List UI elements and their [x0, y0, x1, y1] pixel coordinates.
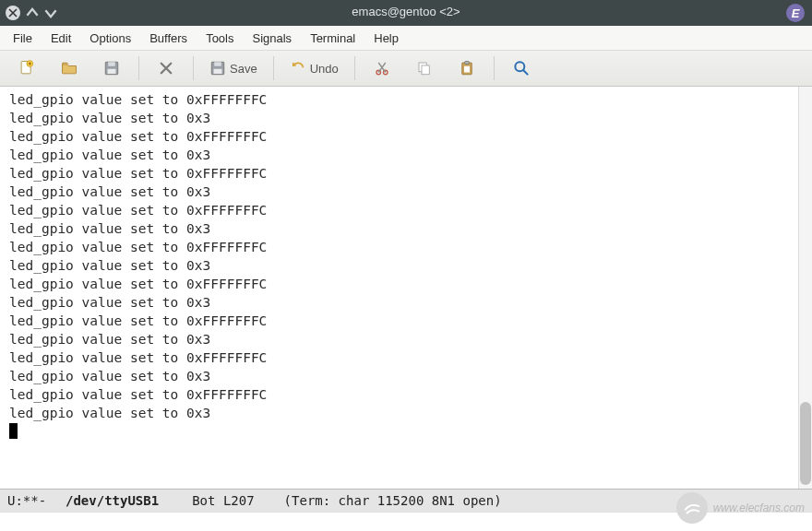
- modeline-buffer-name: /dev/ttyUSB1: [66, 493, 159, 508]
- modeline-flags: U:**-: [7, 493, 46, 508]
- menu-signals[interactable]: Signals: [245, 29, 299, 48]
- menu-edit[interactable]: Edit: [43, 29, 78, 48]
- svg-rect-4: [108, 69, 116, 74]
- toolbar-separator: [193, 56, 194, 80]
- terminal-line: led_gpio value set to 0x3: [9, 183, 798, 201]
- window-title: emacs@gentoo <2>: [352, 5, 460, 18]
- paste-icon[interactable]: [448, 54, 486, 82]
- terminal-line: led_gpio value set to 0xFFFFFFFC: [9, 275, 798, 293]
- terminal-line: led_gpio value set to 0xFFFFFFFC: [9, 127, 798, 146]
- minibuffer[interactable]: [0, 512, 812, 531]
- svg-rect-3: [108, 62, 115, 66]
- diskette-icon[interactable]: [92, 54, 131, 82]
- window-close-button[interactable]: [6, 6, 20, 20]
- svg-rect-13: [464, 62, 469, 65]
- titlebar: emacs@gentoo <2> E: [0, 0, 812, 26]
- terminal-line: led_gpio value set to 0xFFFFFFFC: [9, 90, 798, 109]
- terminal-line: led_gpio value set to 0xFFFFFFFC: [9, 201, 798, 219]
- toolbar-button-label: Undo: [310, 62, 339, 76]
- modeline[interactable]: U:**- /dev/ttyUSB1 Bot L207 (Term: char …: [0, 489, 812, 512]
- menu-help[interactable]: Help: [366, 29, 406, 48]
- menubar: FileEditOptionsBuffersToolsSignalsTermin…: [0, 26, 812, 51]
- new-file-icon[interactable]: [7, 54, 46, 82]
- save-labeled-button[interactable]: Save: [201, 54, 266, 82]
- terminal-line: led_gpio value set to 0xFFFFFFFC: [9, 312, 798, 330]
- terminal-line: led_gpio value set to 0x3: [9, 219, 798, 238]
- scroll-thumb[interactable]: [800, 402, 811, 485]
- undo-labeled-button[interactable]: Undo: [281, 54, 347, 82]
- terminal-line: led_gpio value set to 0xFFFFFFFC: [9, 348, 798, 367]
- svg-rect-7: [214, 69, 222, 74]
- menu-buffers[interactable]: Buffers: [142, 29, 195, 48]
- terminal-line: led_gpio value set to 0x3: [9, 404, 798, 422]
- terminal-line: led_gpio value set to 0x3: [9, 330, 798, 348]
- toolbar-button-label: Save: [230, 62, 257, 76]
- terminal-buffer[interactable]: led_gpio value set to 0xFFFFFFFCled_gpio…: [0, 87, 798, 489]
- copy-icon[interactable]: [405, 54, 444, 82]
- close-x-icon[interactable]: [147, 54, 185, 82]
- cut-icon[interactable]: [363, 54, 401, 82]
- svg-rect-11: [422, 65, 429, 75]
- emacs-logo-icon: E: [786, 4, 805, 22]
- toolbar-separator: [354, 56, 355, 80]
- terminal-line: led_gpio value set to 0x3: [9, 367, 798, 385]
- terminal-line: led_gpio value set to 0xFFFFFFFC: [9, 238, 798, 256]
- svg-rect-6: [214, 62, 221, 66]
- terminal-cursor-line: [9, 422, 798, 441]
- workspace: led_gpio value set to 0xFFFFFFFCled_gpio…: [0, 87, 812, 489]
- menu-file[interactable]: File: [6, 29, 40, 48]
- terminal-line: led_gpio value set to 0xFFFFFFFC: [9, 385, 798, 404]
- open-folder-icon[interactable]: [50, 54, 89, 82]
- terminal-line: led_gpio value set to 0x3: [9, 109, 798, 127]
- menu-tools[interactable]: Tools: [198, 29, 241, 48]
- menu-options[interactable]: Options: [82, 29, 138, 48]
- modeline-mode: (Term: char 115200 8N1 open): [284, 493, 502, 508]
- toolbar-separator: [494, 56, 495, 80]
- toolbar-separator: [138, 56, 139, 80]
- modeline-position: Bot L207: [192, 493, 254, 508]
- scrollbar[interactable]: [798, 87, 812, 489]
- menu-terminal[interactable]: Terminal: [303, 29, 363, 48]
- terminal-line: led_gpio value set to 0x3: [9, 293, 798, 312]
- terminal-line: led_gpio value set to 0x3: [9, 256, 798, 275]
- terminal-line: led_gpio value set to 0xFFFFFFFC: [9, 164, 798, 183]
- window-down-button[interactable]: [44, 6, 57, 19]
- toolbar: SaveUndo: [0, 51, 812, 87]
- search-icon[interactable]: [502, 54, 541, 82]
- toolbar-separator: [273, 56, 274, 80]
- cursor: [9, 423, 18, 439]
- svg-rect-14: [464, 66, 470, 73]
- terminal-line: led_gpio value set to 0x3: [9, 146, 798, 164]
- window-up-button[interactable]: [26, 6, 39, 19]
